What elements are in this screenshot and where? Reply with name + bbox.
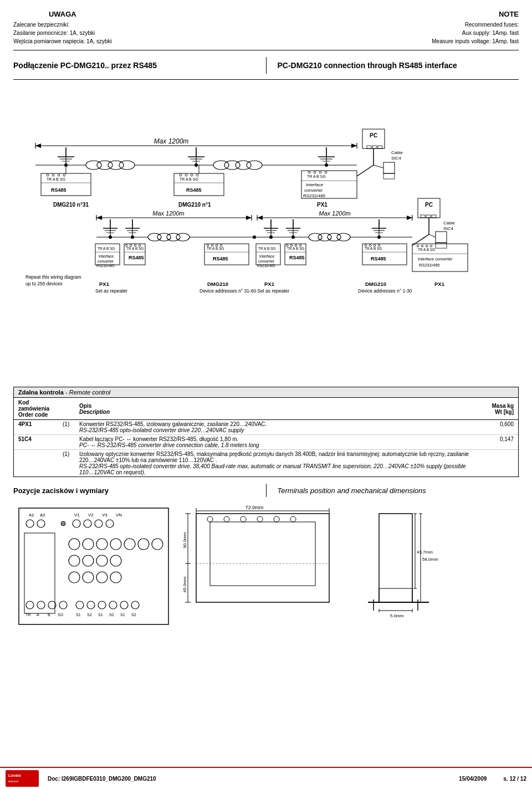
terminals-title-pl: Pozycje zacisków i wymiary [13,486,255,495]
svg-text:72.0mm: 72.0mm [245,505,264,510]
svg-point-59 [314,171,316,173]
svg-text:converter: converter [304,188,323,193]
left-line3: Wejścia pomiarowe napięcia: 1A, szybki [13,37,112,45]
svg-text:Device addresses n° 1-30: Device addresses n° 1-30 [358,288,412,294]
svg-rect-182 [436,232,447,243]
svg-point-58 [308,171,310,173]
svg-rect-273 [379,514,412,602]
svg-text:TR A  B SG: TR A B SG [98,247,115,250]
svg-text:B: B [48,613,50,617]
svg-point-221 [110,539,121,550]
svg-text:PX1: PX1 [434,281,445,287]
svg-point-231 [96,572,108,583]
remote-control-section: Zdalna kontrola - Remote control Kod zam… [13,387,519,477]
td-code-2: 51C4 [14,435,58,450]
header-left-text: Zalecane bezpieczniki: Zasilanie pomocni… [13,21,112,45]
svg-text:RS485: RS485 [289,255,305,260]
svg-marker-78 [246,216,252,220]
svg-point-238 [87,601,95,609]
svg-text:converter: converter [258,259,275,263]
uwaga-label: UWAGA [13,10,112,18]
svg-point-40 [58,174,60,176]
th-num [58,398,75,420]
svg-text:S1: S1 [98,613,103,617]
right-line2: Aux supply: 1Amp. fast [432,29,519,37]
svg-point-240 [109,601,117,609]
svg-point-234 [37,601,45,609]
svg-text:A1: A1 [29,513,34,518]
svg-point-123 [253,235,256,239]
rc-table-body: 4PX1 (1) Konwerter RS232/RS-485, izolowa… [14,420,518,477]
svg-rect-259 [210,522,315,586]
table-row: 4PX1 (1) Konwerter RS232/RS-485, izolowa… [14,420,518,435]
px1-top-label: PX1 [317,202,328,208]
svg-point-265 [290,516,296,522]
svg-text:converter: converter [98,259,114,263]
th-code: Kod zamówienia Order code [14,398,58,420]
td-num-1: (1) [58,420,75,435]
svg-text:PX1: PX1 [264,281,275,287]
svg-point-24 [247,161,262,170]
svg-text:TR A  B SG: TR A B SG [47,177,65,181]
svg-point-61 [325,171,327,173]
svg-text:SIC4: SIC4 [443,226,453,231]
svg-text:RS485: RS485 [213,256,228,262]
footer: Lovato electric Doc: I269IGBDFE0310_DMG2… [0,767,532,789]
svg-point-211 [37,520,45,527]
dmg210-n1-label: DMG210 n°1 [178,202,211,208]
svg-point-214 [84,520,91,527]
svg-point-242 [131,601,139,609]
svg-text:Interface: Interface [306,182,324,187]
svg-text:RS232/485: RS232/485 [257,264,275,268]
left-line1: Zalecane bezpieczniki: [13,21,112,29]
svg-text:TR A  B SG: TR A B SG [258,247,275,250]
svg-marker-4 [351,144,357,148]
svg-point-219 [83,539,94,550]
terminals-title: Pozycje zacisków i wymiary Terminals pos… [13,484,519,497]
footer-page: s. 12 / 12 [503,776,526,782]
svg-point-237 [76,601,84,609]
svg-text:TR: TR [25,613,30,617]
svg-text:S2: S2 [131,613,136,617]
svg-text:Cable: Cable [443,221,455,226]
svg-point-50 [196,174,198,176]
td-weight-2: 0,147 [479,435,518,450]
svg-text:A: A [37,613,39,617]
svg-text:Set as repeater: Set as repeater [95,288,127,294]
svg-point-263 [257,516,263,522]
svg-text:PC: PC [425,202,433,208]
terminals-section: Pozycje zacisków i wymiary Terminals pos… [13,484,519,630]
svg-rect-66 [378,146,382,148]
td-weight-1: 0,600 [479,420,518,435]
svg-point-226 [83,555,94,566]
svg-text:Interface: Interface [99,254,114,258]
rc-table: Kod zamówienia Order code Opis Descripti… [14,398,518,477]
max-label-top: Max 1200m [154,137,189,145]
rc-title-pl: Zdalna kontrola [18,389,64,396]
svg-text:DMG210: DMG210 [207,281,228,287]
svg-text:TR A  B SG: TR A B SG [365,247,382,250]
svg-text:58.0mm: 58.0mm [422,557,438,562]
svg-text:5.0mm: 5.0mm [390,613,404,618]
svg-text:Interface converter: Interface converter [418,257,453,262]
svg-point-38 [47,174,49,176]
terminals-divider [266,484,267,497]
svg-point-109 [176,233,190,241]
svg-rect-71 [383,162,395,173]
note-label: NOTE [432,10,519,18]
svg-text:S1: S1 [76,613,81,617]
svg-point-49 [191,174,193,176]
front-panel-svg: A1 A2 V1 V2 V3 VN [13,503,174,630]
header: UWAGA Zalecane bezpieczniki: Zasilanie p… [13,10,519,50]
svg-text:S1: S1 [120,613,125,617]
svg-text:Lovato: Lovato [8,773,21,777]
svg-point-220 [96,539,108,550]
rc-table-header-row: Kod zamówienia Order code Opis Descripti… [14,398,518,420]
th-weight: Masa kg Wt [kg] [479,398,518,420]
svg-point-210 [26,520,34,527]
th-desc: Opis Description [75,398,479,420]
svg-rect-177 [432,215,436,218]
svg-marker-83 [257,216,263,220]
svg-text:TR A  B SG: TR A B SG [126,247,144,250]
terminals-title-en: Terminals position and mechanical dimens… [278,486,519,495]
